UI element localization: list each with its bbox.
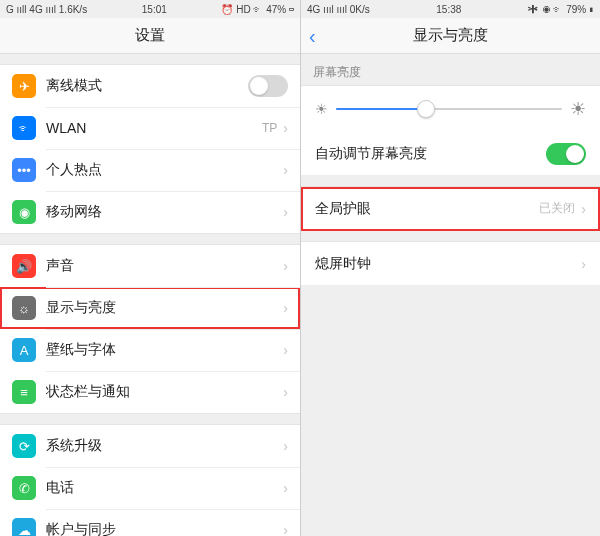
status-bar-right: 4G ıııl ıııl 0K/s 15:38 ✱ ⦿ ᯤ 79% ▮ <box>301 0 600 18</box>
chevron-right-icon: › <box>581 201 586 217</box>
row-tail: TP <box>262 121 277 135</box>
display-brightness-screen: 4G ıııl ıııl 0K/s 15:38 ✱ ⦿ ᯤ 79% ▮ ‹ 显示… <box>300 0 600 536</box>
row-label: 状态栏与通知 <box>46 383 283 401</box>
chevron-right-icon: › <box>283 438 288 454</box>
brightness-low-icon: ☀ <box>315 101 328 117</box>
status-bar-left: G ııll 4G ıııl 1.6K/s 15:01 ⏰ HD ᯤ 47% ▭ <box>0 0 300 18</box>
row-移动网络[interactable]: ◉移动网络› <box>0 191 300 233</box>
row-label: 离线模式 <box>46 77 248 95</box>
row-auto-brightness[interactable]: 自动调节屏幕亮度 <box>301 132 600 176</box>
app-icon: ☼ <box>12 296 36 320</box>
row-系统升级[interactable]: ⟳系统升级› <box>0 425 300 467</box>
row-显示与亮度[interactable]: ☼显示与亮度› <box>0 287 300 329</box>
label-auto-brightness: 自动调节屏幕亮度 <box>315 145 546 163</box>
app-icon: ✆ <box>12 476 36 500</box>
row-label: 电话 <box>46 479 283 497</box>
app-icon: ◉ <box>12 200 36 224</box>
brightness-high-icon: ☀ <box>570 98 586 120</box>
row-label: WLAN <box>46 120 262 136</box>
row-label: 个人热点 <box>46 161 283 179</box>
label-eye-protection: 全局护眼 <box>315 200 539 218</box>
back-button[interactable]: ‹ <box>309 26 316 46</box>
chevron-right-icon: › <box>283 384 288 400</box>
app-icon: A <box>12 338 36 362</box>
toggle-auto-brightness[interactable] <box>546 143 586 165</box>
row-声音[interactable]: 🔊声音› <box>0 245 300 287</box>
toggle[interactable] <box>248 75 288 97</box>
app-icon: ☁ <box>12 518 36 536</box>
status-network: 4G ıııl ıııl 0K/s <box>307 4 370 15</box>
section-label-brightness: 屏幕亮度 <box>301 54 600 85</box>
row-WLAN[interactable]: ᯤWLANTP› <box>0 107 300 149</box>
status-battery: ✱ ⦿ ᯤ 79% ▮ <box>528 4 594 15</box>
app-icon: ✈ <box>12 74 36 98</box>
app-icon: ••• <box>12 158 36 182</box>
app-icon: ⟳ <box>12 434 36 458</box>
chevron-right-icon: › <box>283 204 288 220</box>
row-个人热点[interactable]: •••个人热点› <box>0 149 300 191</box>
chevron-right-icon: › <box>283 120 288 136</box>
row-电话[interactable]: ✆电话› <box>0 467 300 509</box>
status-time: 15:38 <box>436 4 461 15</box>
row-壁纸与字体[interactable]: A壁纸与字体› <box>0 329 300 371</box>
chevron-right-icon: › <box>283 258 288 274</box>
app-icon: ≡ <box>12 380 36 404</box>
chevron-right-icon: › <box>283 342 288 358</box>
row-帐户与同步[interactable]: ☁帐户与同步› <box>0 509 300 536</box>
status-network: G ııll 4G ıııl 1.6K/s <box>6 4 87 15</box>
brightness-slider[interactable] <box>336 108 562 110</box>
app-icon: ᯤ <box>12 116 36 140</box>
value-eye-protection: 已关闭 <box>539 200 575 217</box>
row-label: 移动网络 <box>46 203 283 221</box>
row-label: 系统升级 <box>46 437 283 455</box>
brightness-slider-row: ☀ ☀ <box>301 86 600 132</box>
chevron-right-icon: › <box>581 256 586 272</box>
row-eye-protection[interactable]: 全局护眼 已关闭 › <box>301 187 600 231</box>
row-label: 帐户与同步 <box>46 521 283 536</box>
navbar-right: ‹ 显示与亮度 <box>301 18 600 54</box>
row-label: 声音 <box>46 257 283 275</box>
status-battery: ⏰ HD ᯤ 47% ▭ <box>221 4 294 15</box>
row-lock-clock[interactable]: 熄屏时钟 › <box>301 242 600 286</box>
slider-thumb[interactable] <box>417 100 435 118</box>
row-label: 显示与亮度 <box>46 299 283 317</box>
status-time: 15:01 <box>142 4 167 15</box>
row-label: 壁纸与字体 <box>46 341 283 359</box>
navbar-left: 设置 <box>0 18 300 54</box>
row-状态栏与通知[interactable]: ≡状态栏与通知› <box>0 371 300 413</box>
settings-screen: G ııll 4G ıııl 1.6K/s 15:01 ⏰ HD ᯤ 47% ▭… <box>0 0 300 536</box>
page-title: 设置 <box>135 26 165 45</box>
page-title: 显示与亮度 <box>413 26 488 45</box>
label-lock-clock: 熄屏时钟 <box>315 255 581 273</box>
chevron-right-icon: › <box>283 162 288 178</box>
chevron-right-icon: › <box>283 522 288 536</box>
chevron-right-icon: › <box>283 300 288 316</box>
row-离线模式[interactable]: ✈离线模式 <box>0 65 300 107</box>
app-icon: 🔊 <box>12 254 36 278</box>
chevron-right-icon: › <box>283 480 288 496</box>
